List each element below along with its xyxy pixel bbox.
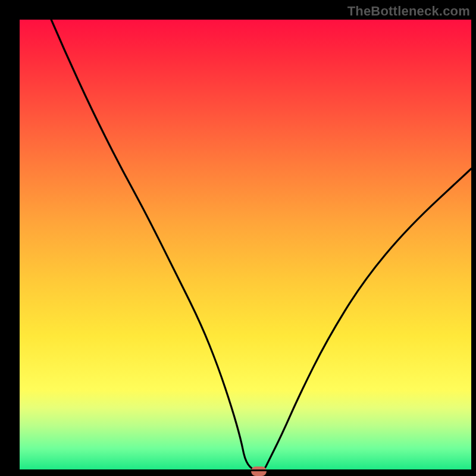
plot-area: [20, 20, 471, 471]
bottleneck-marker: [251, 466, 267, 476]
bottleneck-curve: [20, 20, 471, 471]
chart-frame: TheBottleneck.com: [0, 0, 476, 476]
x-axis-baseline: [20, 469, 471, 471]
watermark-text: TheBottleneck.com: [347, 4, 470, 19]
